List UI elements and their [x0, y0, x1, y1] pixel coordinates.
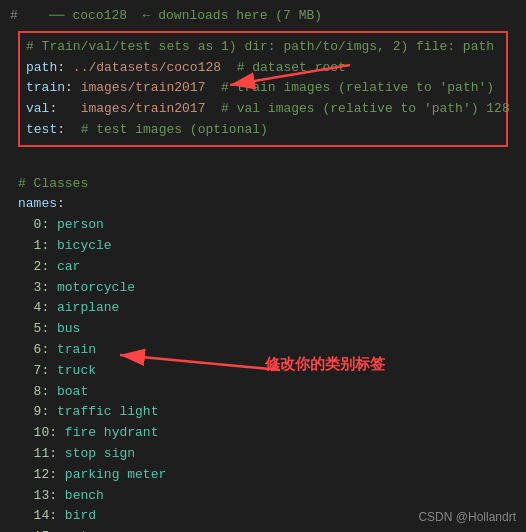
class-num-14: 14:: [34, 506, 65, 527]
class-name-12: parking meter: [65, 465, 166, 486]
class-item-4: 4: airplane: [18, 298, 508, 319]
class-item-13: 13: bench: [18, 486, 508, 507]
class-num-1: 1:: [34, 236, 57, 257]
class-num-5: 5:: [34, 319, 57, 340]
val-line: val : images/train2017 # val images (rel…: [26, 99, 500, 120]
train-colon: :: [65, 78, 81, 99]
test-colon: :: [57, 120, 80, 141]
train-value: images/train2017: [81, 78, 206, 99]
class-name-8: boat: [57, 382, 88, 403]
empty-line: [18, 153, 508, 174]
footer-credit: CSDN @Hollandrt: [418, 510, 516, 524]
class-item-6: 6: train: [18, 340, 508, 361]
class-item-5: 5: bus: [18, 319, 508, 340]
test-comment: # test images (optional): [81, 120, 268, 141]
class-item-7: 7: truck: [18, 361, 508, 382]
class-item-12: 12: parking meter: [18, 465, 508, 486]
class-name-4: airplane: [57, 298, 119, 319]
class-num-7: 7:: [34, 361, 57, 382]
path-key: path: [26, 58, 57, 79]
names-label: names: [18, 194, 57, 215]
class-num-3: 3:: [34, 278, 57, 299]
val-key: val: [26, 99, 49, 120]
names-colon: :: [57, 194, 65, 215]
class-num-11: 11:: [34, 444, 65, 465]
class-name-10: fire hydrant: [65, 423, 159, 444]
class-item-15: 15: cat: [18, 527, 508, 532]
class-name-11: stop sign: [65, 444, 135, 465]
classes-section: # Classes names : 0: person 1: bicycle 2…: [10, 151, 516, 532]
val-colon: :: [49, 99, 80, 120]
val-value: images/train2017: [81, 99, 206, 120]
classes-comment: # Classes: [18, 174, 88, 195]
class-item-1: 1: bicycle: [18, 236, 508, 257]
class-num-4: 4:: [34, 298, 57, 319]
path-config-box: 修改文件路径 # Train/val/test sets as 1) dir: …: [18, 31, 508, 147]
header-line: # ── coco128 ← downloads here (7 MB): [10, 6, 516, 27]
class-name-6: train: [57, 340, 96, 361]
class-num-12: 12:: [34, 465, 65, 486]
config-comment-line: # Train/val/test sets as 1) dir: path/to…: [26, 37, 500, 58]
class-num-9: 9:: [34, 402, 57, 423]
class-num-13: 13:: [34, 486, 65, 507]
class-num-10: 10:: [34, 423, 65, 444]
path-line: path : ../datasets/coco128 # dataset roo…: [26, 58, 500, 79]
class-name-3: motorcycle: [57, 278, 135, 299]
class-name-1: bicycle: [57, 236, 112, 257]
train-line: train : images/train2017 # train images …: [26, 78, 500, 99]
class-name-14: bird: [65, 506, 96, 527]
test-key: test: [26, 120, 57, 141]
class-item-9: 9: traffic light: [18, 402, 508, 423]
code-editor: # ── coco128 ← downloads here (7 MB) 修改文…: [0, 0, 526, 532]
class-indent: [18, 215, 34, 236]
class-item-8: 8: boat: [18, 382, 508, 403]
hash-symbol: #: [10, 6, 18, 27]
class-item-3: 3: motorcycle: [18, 278, 508, 299]
config-comment: # Train/val/test sets as 1) dir: path/to…: [26, 37, 494, 58]
class-num-2: 2:: [34, 257, 57, 278]
path-comment: # dataset root: [221, 58, 346, 79]
header-comment: ── coco128 ← downloads here (7 MB): [18, 6, 322, 27]
class-name-15: cat: [65, 527, 88, 532]
train-comment: # train images (relative to 'path'): [205, 78, 494, 99]
class-name-13: bench: [65, 486, 104, 507]
class-item-11: 11: stop sign: [18, 444, 508, 465]
class-item-0: 0: person: [18, 215, 508, 236]
class-num-6: 6:: [34, 340, 57, 361]
path-colon: :: [57, 58, 73, 79]
path-value: ../datasets/coco128: [73, 58, 221, 79]
class-num-15: 15:: [34, 527, 65, 532]
class-name-5: bus: [57, 319, 80, 340]
class-name-0: person: [57, 215, 104, 236]
annotation-classes: 修改你的类别标签: [265, 355, 385, 374]
class-name-2: car: [57, 257, 80, 278]
class-item-2: 2: car: [18, 257, 508, 278]
val-comment: # val images (relative to 'path') 128: [205, 99, 509, 120]
class-list: 0: person 1: bicycle 2: car 3: motorcycl…: [18, 215, 508, 532]
class-num-0: 0:: [34, 215, 57, 236]
class-num-8: 8:: [34, 382, 57, 403]
train-key: train: [26, 78, 65, 99]
classes-comment-line: # Classes: [18, 174, 508, 195]
names-label-line: names :: [18, 194, 508, 215]
class-name-7: truck: [57, 361, 96, 382]
test-line: test : # test images (optional): [26, 120, 500, 141]
class-name-9: traffic light: [57, 402, 158, 423]
class-item-10: 10: fire hydrant: [18, 423, 508, 444]
